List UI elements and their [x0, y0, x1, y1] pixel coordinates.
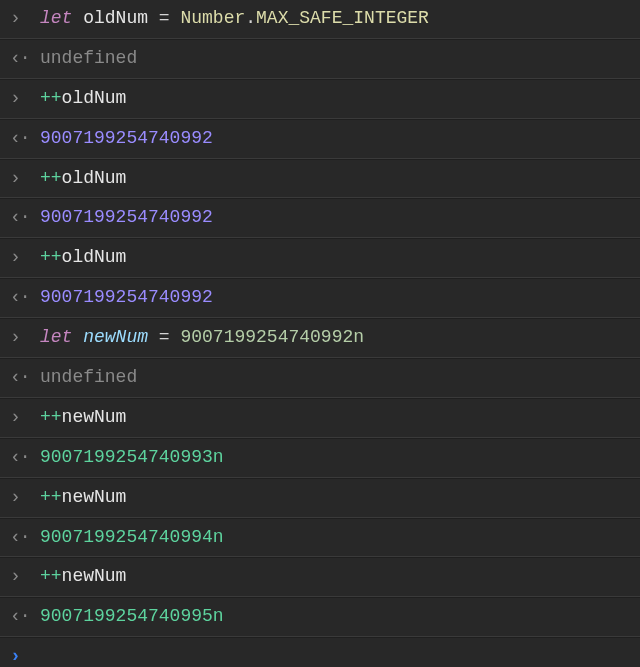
- chevron-right-icon: ›: [10, 643, 40, 667]
- chevron-right-icon: ›: [10, 484, 40, 512]
- increment-operator: ++: [40, 168, 62, 188]
- console-input-row[interactable]: › ++newNum: [0, 398, 640, 438]
- identifier: newNum: [83, 327, 148, 347]
- console-prompt-row[interactable]: ›: [0, 637, 640, 667]
- console-input-code: let oldNum = Number.MAX_SAFE_INTEGER: [40, 5, 634, 33]
- identifier: newNum: [62, 407, 127, 427]
- chevron-right-icon: ›: [10, 5, 40, 33]
- equals-operator: =: [148, 8, 180, 28]
- increment-operator: ++: [40, 407, 62, 427]
- increment-operator: ++: [40, 88, 62, 108]
- chevron-right-icon: ›: [10, 85, 40, 113]
- equals-operator: =: [148, 327, 180, 347]
- result-number: 9007199254740992: [40, 204, 634, 232]
- dot-operator: .: [245, 8, 256, 28]
- console-input-code: ++newNum: [40, 484, 634, 512]
- console-input-row[interactable]: › ++oldNum: [0, 238, 640, 278]
- console-input-row[interactable]: › ++oldNum: [0, 79, 640, 119]
- console-input-code: ++newNum: [40, 563, 634, 591]
- increment-operator: ++: [40, 566, 62, 586]
- chevron-right-icon: ›: [10, 404, 40, 432]
- console-output-row: ‹· 9007199254740995n: [0, 597, 640, 637]
- console-input-row[interactable]: › ++newNum: [0, 478, 640, 518]
- result-undefined: undefined: [40, 364, 634, 392]
- chevron-left-dot-icon: ‹·: [10, 204, 40, 232]
- chevron-right-icon: ›: [10, 165, 40, 193]
- console-output-row: ‹· 9007199254740992: [0, 119, 640, 159]
- global-object: Number: [180, 8, 245, 28]
- console-output-row: ‹· undefined: [0, 39, 640, 79]
- chevron-left-dot-icon: ‹·: [10, 45, 40, 73]
- console-input-row[interactable]: › ++oldNum: [0, 159, 640, 199]
- identifier: newNum: [62, 566, 127, 586]
- result-number: 9007199254740992: [40, 125, 634, 153]
- console-output-row: ‹· 9007199254740993n: [0, 438, 640, 478]
- result-bigint: 9007199254740993n: [40, 444, 634, 472]
- chevron-left-dot-icon: ‹·: [10, 364, 40, 392]
- console-input-code: ++oldNum: [40, 165, 634, 193]
- console-input-row[interactable]: › let oldNum = Number.MAX_SAFE_INTEGER: [0, 0, 640, 39]
- console-input-code: let newNum = 9007199254740992n: [40, 324, 634, 352]
- identifier: oldNum: [62, 88, 127, 108]
- constant: MAX_SAFE_INTEGER: [256, 8, 429, 28]
- result-bigint: 9007199254740995n: [40, 603, 634, 631]
- chevron-left-dot-icon: ‹·: [10, 125, 40, 153]
- keyword-let: let: [40, 327, 72, 347]
- increment-operator: ++: [40, 487, 62, 507]
- devtools-console: › let oldNum = Number.MAX_SAFE_INTEGER ‹…: [0, 0, 640, 667]
- chevron-left-dot-icon: ‹·: [10, 524, 40, 552]
- console-input-row[interactable]: › ++newNum: [0, 557, 640, 597]
- identifier: oldNum: [83, 8, 148, 28]
- bigint-literal: 9007199254740992n: [180, 327, 364, 347]
- chevron-right-icon: ›: [10, 244, 40, 272]
- chevron-left-dot-icon: ‹·: [10, 284, 40, 312]
- identifier: oldNum: [62, 247, 127, 267]
- chevron-left-dot-icon: ‹·: [10, 603, 40, 631]
- console-output-row: ‹· 9007199254740994n: [0, 518, 640, 558]
- console-output-row: ‹· 9007199254740992: [0, 278, 640, 318]
- chevron-right-icon: ›: [10, 324, 40, 352]
- result-undefined: undefined: [40, 45, 634, 73]
- console-input-code: ++oldNum: [40, 85, 634, 113]
- chevron-left-dot-icon: ‹·: [10, 444, 40, 472]
- chevron-right-icon: ›: [10, 563, 40, 591]
- console-input-code: ++oldNum: [40, 244, 634, 272]
- identifier: oldNum: [62, 168, 127, 188]
- console-input-code: ++newNum: [40, 404, 634, 432]
- keyword-let: let: [40, 8, 72, 28]
- identifier: newNum: [62, 487, 127, 507]
- console-output-row: ‹· 9007199254740992: [0, 198, 640, 238]
- result-bigint: 9007199254740994n: [40, 524, 634, 552]
- console-output-row: ‹· undefined: [0, 358, 640, 398]
- increment-operator: ++: [40, 247, 62, 267]
- console-input-row[interactable]: › let newNum = 9007199254740992n: [0, 318, 640, 358]
- result-number: 9007199254740992: [40, 284, 634, 312]
